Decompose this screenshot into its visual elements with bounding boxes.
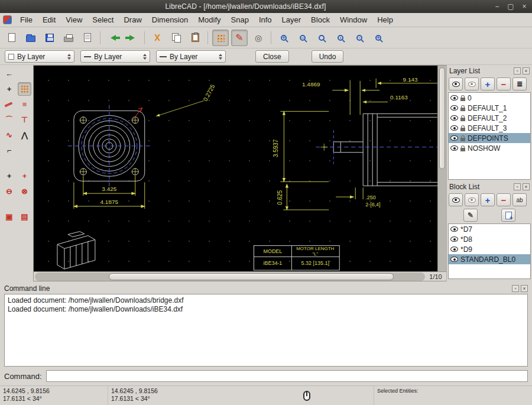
pen-style-select[interactable]: By Layer xyxy=(156,50,226,63)
eye-icon[interactable] xyxy=(450,105,458,111)
close-button[interactable]: × xyxy=(518,2,530,11)
horizontal-scroll-thumb[interactable] xyxy=(109,273,394,280)
draw-pen-toggle[interactable]: ✎ xyxy=(231,30,248,46)
point-tool-button[interactable]: + xyxy=(2,82,16,96)
minimize-button[interactable]: − xyxy=(491,2,503,11)
snap-free-tool-button[interactable]: + xyxy=(2,169,16,183)
lock-icon[interactable] xyxy=(460,98,465,101)
snap-restrict-tool-button[interactable]: ⊖ xyxy=(2,184,16,198)
eye-icon[interactable] xyxy=(450,115,458,121)
print-button[interactable] xyxy=(60,30,77,46)
layer-row[interactable]: NOSHOW xyxy=(449,143,530,153)
drawing-canvas[interactable]: 3.425 4.1875 0.2725 1.4869 9.143 0.1163 xyxy=(34,66,437,271)
eye-icon[interactable] xyxy=(450,226,458,232)
layers-show-all-button[interactable] xyxy=(449,77,463,90)
zoom-pan-button[interactable]: + xyxy=(370,30,387,46)
blocks-hide-all-button[interactable] xyxy=(465,193,479,206)
restore-button[interactable]: ▢ xyxy=(505,2,517,11)
zoom-in-button[interactable]: + xyxy=(275,30,292,46)
tag-tool-button[interactable]: ▤ xyxy=(18,210,31,223)
block-row[interactable]: *D7 xyxy=(449,224,530,234)
pen-color-select[interactable]: By Layer xyxy=(5,50,74,63)
pen-width-select[interactable]: By Layer xyxy=(80,50,150,63)
menu-modify[interactable]: Modify xyxy=(193,14,225,26)
layer-row[interactable]: DEFAULT_2 xyxy=(449,113,530,123)
rename-block-button[interactable]: ab xyxy=(512,193,527,206)
add-layer-button[interactable]: + xyxy=(481,77,495,90)
lock-icon[interactable] xyxy=(460,128,465,131)
block-row[interactable]: *D8 xyxy=(449,234,530,244)
save-button[interactable] xyxy=(41,30,58,46)
layer-row-selected[interactable]: DEFPOINTS xyxy=(449,133,530,143)
new-document-button[interactable] xyxy=(4,30,20,46)
snap-intersection-tool-button[interactable]: ⊗ xyxy=(18,184,31,198)
zoom-auto-button[interactable] xyxy=(313,30,330,46)
zoom-window-button[interactable]: ▫ xyxy=(351,30,368,46)
eye-icon[interactable] xyxy=(450,257,458,262)
menu-help[interactable]: Help xyxy=(372,14,398,26)
spline-tool-button[interactable]: ∿ xyxy=(2,128,16,142)
lock-icon[interactable] xyxy=(460,108,465,111)
eye-icon[interactable] xyxy=(450,95,458,101)
command-input[interactable] xyxy=(46,370,528,382)
lock-icon[interactable] xyxy=(460,148,465,151)
menu-info[interactable]: Info xyxy=(254,14,277,26)
blocks-show-all-button[interactable] xyxy=(449,193,463,206)
print-preview-button[interactable] xyxy=(79,30,96,46)
snap-grid-toggle[interactable] xyxy=(212,30,229,46)
back-tool-button[interactable]: ← xyxy=(2,67,16,80)
snap-center-button[interactable]: ◎ xyxy=(250,30,267,46)
edit-block-button[interactable]: ✎ xyxy=(463,209,478,222)
dock-close-button[interactable]: × xyxy=(521,285,528,292)
eye-icon[interactable] xyxy=(450,247,458,252)
dock-close-button[interactable]: × xyxy=(523,67,530,74)
layers-hide-all-button[interactable] xyxy=(465,77,479,90)
snap-grid-tool-button[interactable] xyxy=(18,82,31,96)
copy-button[interactable] xyxy=(168,30,184,46)
layer-row[interactable]: DEFAULT_1 xyxy=(449,103,530,113)
paste-button[interactable] xyxy=(187,30,203,46)
corner-tool-button[interactable]: ⌐ xyxy=(2,144,16,157)
menu-layer[interactable]: Layer xyxy=(277,14,306,26)
dock-float-button[interactable]: ▫ xyxy=(514,183,521,190)
parallel-tool-button[interactable]: ≡ xyxy=(18,98,31,111)
insert-block-button[interactable] xyxy=(501,209,515,222)
vertical-scroll-thumb[interactable] xyxy=(439,67,445,169)
remove-block-button[interactable]: − xyxy=(497,193,511,206)
line-tool-button[interactable]: ∥ xyxy=(2,98,16,111)
zoom-previous-button[interactable]: ‹ xyxy=(332,30,349,46)
vertical-scrollbar[interactable] xyxy=(437,66,446,271)
menu-block[interactable]: Block xyxy=(306,14,335,26)
tangent-tool-button[interactable]: ⊤ xyxy=(18,113,31,127)
select-entity-tool-button[interactable]: ▣ xyxy=(2,210,16,223)
open-button[interactable] xyxy=(22,30,39,46)
lock-icon[interactable] xyxy=(460,138,465,141)
undo-button[interactable] xyxy=(105,30,121,46)
title-bar[interactable]: LibreCAD - [/home/jlwallen/Downloads/iBE… xyxy=(0,0,532,13)
layer-row[interactable]: DEFAULT_3 xyxy=(449,123,530,133)
lock-icon[interactable] xyxy=(460,118,465,121)
menu-edit[interactable]: Edit xyxy=(38,14,60,26)
remove-layer-button[interactable]: − xyxy=(497,77,511,90)
menu-file[interactable]: File xyxy=(15,14,37,26)
cut-button[interactable] xyxy=(149,30,166,46)
layer-attributes-button[interactable]: ≣ xyxy=(512,77,527,90)
menu-draw[interactable]: Draw xyxy=(119,14,146,26)
eye-icon[interactable] xyxy=(450,145,458,151)
redo-button[interactable] xyxy=(124,30,140,46)
divide-tool-button[interactable]: ⋀ xyxy=(18,128,31,142)
zoom-out-button[interactable]: − xyxy=(294,30,311,46)
menu-window[interactable]: Window xyxy=(335,14,372,26)
menu-select[interactable]: Select xyxy=(87,14,118,26)
command-log[interactable]: Loaded document: /home/jlwallen/Download… xyxy=(4,294,528,367)
block-row[interactable]: *D9 xyxy=(449,244,530,254)
add-block-button[interactable]: + xyxy=(481,193,495,206)
dock-float-button[interactable]: ▫ xyxy=(514,67,521,74)
eye-icon[interactable] xyxy=(450,125,458,131)
menu-snap[interactable]: Snap xyxy=(226,14,254,26)
layer-row[interactable]: 0 xyxy=(449,93,530,103)
block-row-selected[interactable]: STANDARD_BL0 xyxy=(449,254,530,264)
eye-icon[interactable] xyxy=(450,135,458,141)
dock-float-button[interactable]: ▫ xyxy=(512,285,519,292)
eye-icon[interactable] xyxy=(450,236,458,242)
